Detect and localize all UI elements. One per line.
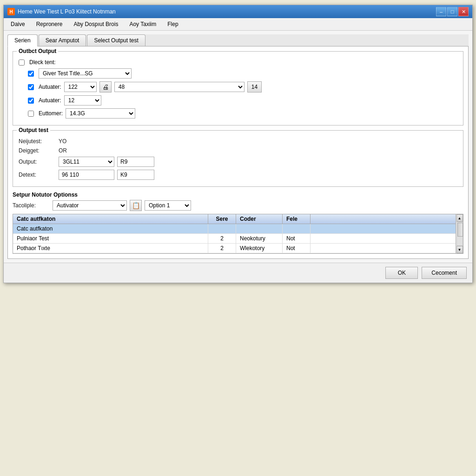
row1-fele <box>283 224 311 233</box>
table-scroll-area: Catc autfkaton Sere Coder Fele Catc autf… <box>13 214 463 253</box>
option-dropdown[interactable]: Option 1 <box>145 200 191 211</box>
outbct-output-section: Outbct Output Dleck tent: Giver Test Tıt… <box>13 51 463 126</box>
table-data: Catc autfkaton Sere Coder Fele Catc autf… <box>13 214 456 253</box>
euttomer-label: Euttomer: <box>39 110 63 117</box>
scroll-down-arrow[interactable]: ▼ <box>456 246 463 253</box>
scroll-thumb[interactable] <box>457 223 463 237</box>
col-header-fele: Fele <box>283 214 311 224</box>
setpur-notutor-section: Setpur Notutor Optionss Tacoliple: Autiv… <box>13 192 463 254</box>
giver-test-checkbox[interactable] <box>28 71 34 77</box>
row1-sere <box>208 224 236 233</box>
catc-table: Catc autfkaton Sere Coder Fele Catc autf… <box>13 214 463 254</box>
deigget-label: Deigget: <box>19 147 56 154</box>
tab-select-output[interactable]: Select Output test <box>87 34 145 46</box>
menu-bar: Daive Repronere Aby Dospıut Brois Aoy Ta… <box>4 18 472 31</box>
dleck-tent-row: Dleck tent: <box>19 59 457 66</box>
autuater2-dropdown[interactable]: 12 <box>64 95 101 106</box>
autuater1-value-btn[interactable]: 14 <box>247 81 262 93</box>
col-header-coder: Coder <box>236 214 283 224</box>
autuater2-checkbox[interactable] <box>28 98 34 104</box>
giver-test-dropdown[interactable]: Giver Test Tıtle...SG <box>39 68 132 79</box>
row1-name: Catc autfkaton <box>13 224 208 233</box>
main-window: H Heme Wee Tiest L Po3 Kiitect Notnman –… <box>3 5 473 283</box>
output-extra-input[interactable] <box>117 157 154 167</box>
autuater1-label: Autuater: <box>39 84 61 90</box>
setpur-notutor-title: Setpur Notutor Optionss <box>13 192 463 198</box>
row2-sere: 2 <box>208 234 236 243</box>
output-row: Output: 3GL11 <box>19 157 457 167</box>
tacoliple-icon-btn[interactable]: 📋 <box>130 200 142 211</box>
neijutest-row: Neijutest: YO <box>19 138 457 145</box>
row2-fele: Not <box>283 234 311 243</box>
tacoliple-label: Tacoliple: <box>13 202 50 209</box>
autuater-row1: Autuater: 122 🖨 48 14 <box>28 81 457 93</box>
neijutest-label: Neijutest: <box>19 138 56 145</box>
scroll-track[interactable] <box>456 222 463 246</box>
detext-extra-input[interactable] <box>117 170 154 180</box>
detext-label: Detext: <box>19 172 56 178</box>
autuater1-dropdown1[interactable]: 122 <box>64 82 97 92</box>
window-title: Heme Wee Tiest L Po3 Kiitect Notnman <box>18 8 116 15</box>
menu-aoy[interactable]: Aoy Taxiim <box>124 19 161 29</box>
autuater1-checkbox[interactable] <box>28 84 34 90</box>
content-area: Serien Sear Amputot Select Output test O… <box>4 31 472 263</box>
menu-repronere[interactable]: Repronere <box>31 19 68 29</box>
table-scrollbar: ▲ ▼ <box>456 214 463 253</box>
title-bar: H Heme Wee Tiest L Po3 Kiitect Notnman –… <box>4 5 472 18</box>
maximize-button[interactable]: □ <box>447 7 457 16</box>
table-row[interactable]: Pulniaor Test 2 Neokotury Not <box>13 234 456 244</box>
tab-serien[interactable]: Serien <box>7 34 38 46</box>
output-dropdown[interactable]: 3GL11 <box>59 157 114 167</box>
tab-panel: Outbct Output Dleck tent: Giver Test Tıt… <box>7 46 469 259</box>
euttomer-dropdown[interactable]: 14.3G <box>66 108 135 119</box>
neijutest-value: YO <box>59 138 66 145</box>
euttomer-checkbox[interactable] <box>28 111 34 117</box>
bottom-bar: OK Cecoment <box>4 263 472 283</box>
dleck-tent-checkbox[interactable] <box>19 60 25 66</box>
deigget-value: OR <box>59 147 67 154</box>
scroll-up-arrow[interactable]: ▲ <box>456 214 463 222</box>
menu-flep[interactable]: Flep <box>162 19 183 29</box>
tab-bar: Serien Sear Amputot Select Output test <box>7 34 469 46</box>
detext-row: Detext: <box>19 170 457 180</box>
autuater2-label: Autuater: <box>39 97 61 104</box>
row3-coder: Wlekotory <box>236 244 283 253</box>
table-row[interactable]: Catc autfkaton <box>13 224 456 234</box>
minimize-button[interactable]: – <box>436 7 446 16</box>
outbct-output-title: Outbct Output <box>17 48 58 54</box>
ok-button[interactable]: OK <box>385 267 418 279</box>
output-test-section: Output test Neijutest: YO Deigget: OR Ou <box>13 130 463 187</box>
col-header-name: Catc autfkaton <box>13 214 208 224</box>
tacoliple-dropdown[interactable]: Autivator <box>53 200 127 211</box>
output-label: Output: <box>19 159 56 165</box>
cancel-button[interactable]: Cecoment <box>422 267 467 279</box>
row2-coder: Neokotury <box>236 234 283 243</box>
title-bar-left: H Heme Wee Tiest L Po3 Kiitect Notnman <box>7 8 116 15</box>
euttomer-row: Euttomer: 14.3G <box>28 108 457 119</box>
detext-input[interactable] <box>59 170 114 180</box>
table-header: Catc autfkaton Sere Coder Fele <box>13 214 456 224</box>
row1-coder <box>236 224 283 233</box>
tab-sear-amputot[interactable]: Sear Amputot <box>39 34 86 46</box>
giver-test-row: Giver Test Tıtle...SG <box>28 68 457 79</box>
autuater-row2: Autuater: 12 <box>28 95 457 106</box>
close-button[interactable]: ✕ <box>458 7 469 16</box>
menu-daive[interactable]: Daive <box>6 19 30 29</box>
print-icon-btn[interactable]: 🖨 <box>99 81 112 93</box>
outbct-output-content: Dleck tent: Giver Test Tıtle...SG Autuat… <box>19 59 457 119</box>
menu-aby[interactable]: Aby Dospıut Brois <box>68 19 123 29</box>
row3-name: Pothaor Tıxte <box>13 244 208 253</box>
col-header-sere: Sere <box>208 214 236 224</box>
output-test-content: Neijutest: YO Deigget: OR Output: 3GL11 <box>19 138 457 180</box>
dleck-tent-label: Dleck tent: <box>29 59 56 66</box>
app-icon: H <box>7 8 15 15</box>
title-controls: – □ ✕ <box>436 7 469 16</box>
autuater1-dropdown2[interactable]: 48 <box>114 82 245 92</box>
table-row[interactable]: Pothaor Tıxte 2 Wlekotory Not <box>13 244 456 253</box>
row2-name: Pulniaor Test <box>13 234 208 243</box>
output-test-title: Output test <box>17 127 50 133</box>
row3-sere: 2 <box>208 244 236 253</box>
row3-fele: Not <box>283 244 311 253</box>
deigget-row: Deigget: OR <box>19 147 457 154</box>
tacoliple-row: Tacoliple: Autivator 📋 Option 1 <box>13 200 463 211</box>
